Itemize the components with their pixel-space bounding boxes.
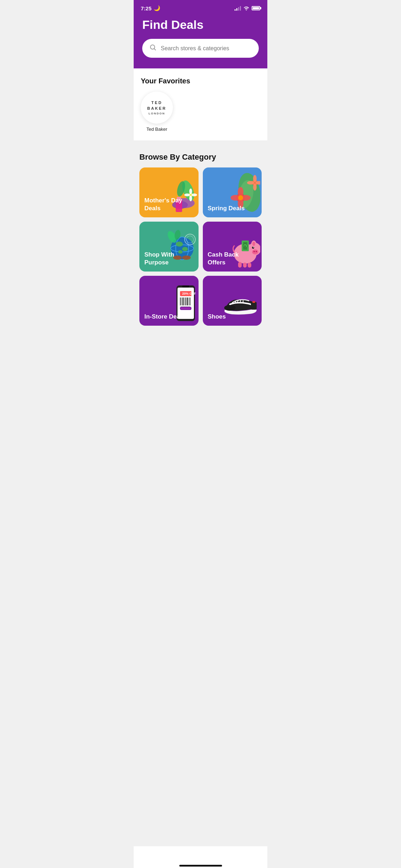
svg-rect-56 xyxy=(182,285,189,288)
moon-icon: 🌙 xyxy=(154,5,160,11)
svg-rect-65 xyxy=(187,298,188,305)
svg-point-44 xyxy=(253,247,254,248)
svg-line-1 xyxy=(154,49,156,51)
svg-point-24 xyxy=(247,181,254,185)
category-label-cash-back: Cash Back Offers xyxy=(208,251,257,267)
time-display: 7:25 xyxy=(141,5,151,11)
category-label-shoes: Shoes xyxy=(208,313,226,321)
search-input[interactable] xyxy=(161,45,252,52)
battery-icon xyxy=(252,6,260,10)
status-bar: 7:25 🌙 xyxy=(134,0,267,14)
svg-point-12 xyxy=(191,193,197,196)
svg-text:20% OFF: 20% OFF xyxy=(182,292,196,295)
svg-point-0 xyxy=(150,45,155,49)
svg-rect-62 xyxy=(182,298,184,305)
favorites-section: Your Favorites TED BAKER LONDON Ted Bake… xyxy=(134,68,267,140)
category-label-mothers-day: Mother's Day Deals xyxy=(144,197,194,212)
status-left: 7:25 🌙 xyxy=(141,5,160,11)
svg-rect-63 xyxy=(184,298,185,305)
category-card-mothers-day[interactable]: Mother's Day Deals xyxy=(139,167,199,217)
page-title: Find Deals xyxy=(142,18,259,32)
favorites-title: Your Favorites xyxy=(141,77,260,85)
wifi-icon xyxy=(243,5,250,11)
signal-icon xyxy=(235,6,241,11)
category-label-shop-purpose: Shop With Purpose xyxy=(144,251,194,267)
svg-rect-60 xyxy=(180,298,181,305)
svg-point-9 xyxy=(189,188,192,194)
category-label-spring-deals: Spring Deals xyxy=(208,205,245,212)
svg-point-23 xyxy=(253,184,257,191)
favorites-list: TED BAKER LONDON Ted Baker xyxy=(141,92,260,132)
spacer xyxy=(134,334,267,363)
svg-rect-70 xyxy=(181,308,191,309)
svg-rect-61 xyxy=(181,298,182,305)
header-section: Find Deals xyxy=(134,14,267,68)
svg-point-29 xyxy=(176,242,183,247)
svg-line-73 xyxy=(240,300,241,302)
ted-baker-logo: TED BAKER LONDON xyxy=(141,100,173,116)
search-icon xyxy=(149,44,156,53)
category-card-shoes[interactable]: Shoes xyxy=(203,276,262,326)
category-grid: Mother's Day Deals xyxy=(139,167,262,326)
browse-title: Browse By Category xyxy=(139,153,262,162)
svg-rect-66 xyxy=(189,298,189,305)
svg-rect-64 xyxy=(185,298,186,305)
svg-rect-67 xyxy=(190,298,190,305)
ted-baker-logo-circle: TED BAKER LONDON xyxy=(141,92,173,124)
svg-point-22 xyxy=(253,175,257,182)
svg-point-46 xyxy=(252,242,255,246)
category-card-spring-deals[interactable]: Spring Deals xyxy=(203,167,262,217)
favorite-item-label: Ted Baker xyxy=(146,126,168,132)
category-card-shop-purpose[interactable]: Shop With Purpose xyxy=(139,222,199,272)
category-label-instore: In-Store Deals xyxy=(144,313,185,321)
browse-section: Browse By Category Mother's Day Deals xyxy=(134,144,267,334)
svg-point-11 xyxy=(184,193,190,196)
search-bar[interactable] xyxy=(142,39,259,58)
category-card-cash-back[interactable]: Cash Back Offers xyxy=(203,222,262,272)
svg-text:$: $ xyxy=(244,245,246,248)
category-card-instore[interactable]: In-Store Deals 20% OFF xyxy=(139,276,199,326)
section-divider xyxy=(134,140,267,144)
svg-point-20 xyxy=(238,195,243,200)
svg-point-75 xyxy=(224,305,236,311)
svg-rect-77 xyxy=(252,301,255,303)
status-right xyxy=(235,5,260,11)
favorite-item-ted-baker[interactable]: TED BAKER LONDON Ted Baker xyxy=(141,92,173,132)
svg-rect-76 xyxy=(251,302,257,310)
